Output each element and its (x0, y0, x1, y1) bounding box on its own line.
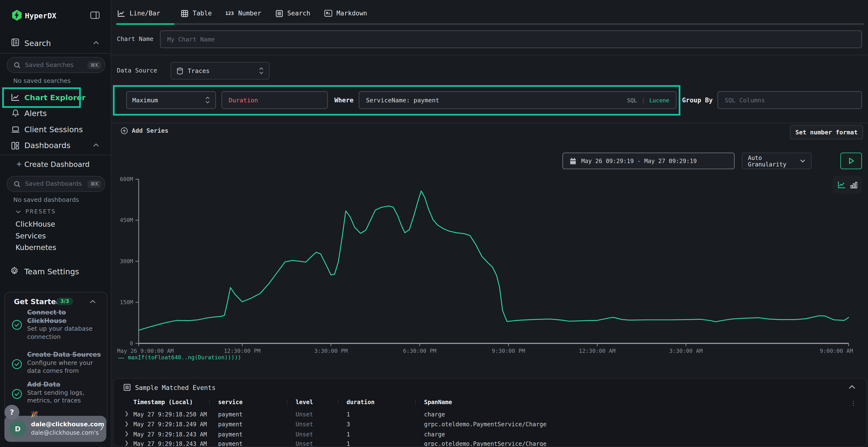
sidebar-item-chart-explorer[interactable]: Chart Explorer (24, 93, 85, 102)
column-resize-handle[interactable]: ⋮ (207, 399, 212, 405)
table-cell[interactable]: May 27 9:29:18.243 AM (133, 440, 207, 447)
column-resize-handle[interactable]: ⋮ (335, 399, 340, 405)
svg-text:3:30:00 AM: 3:30:00 AM (669, 348, 703, 354)
no-saved-dashboards-text: No saved dashboards (13, 196, 79, 204)
row-expand-chevron-icon[interactable]: ❯ (125, 431, 129, 437)
presets-section-label[interactable]: PRESETS (26, 209, 56, 215)
chart-legend[interactable]: — maxIf(toFloat640..ng(Duration))))) (118, 354, 241, 360)
svg-text:600M: 600M (120, 176, 133, 182)
row-expand-chevron-icon[interactable]: ❯ (125, 411, 129, 416)
row-expand-chevron-icon[interactable]: ❯ (125, 421, 129, 426)
get-started-item[interactable]: Create Data SourcesConfigure where your … (27, 351, 104, 375)
table-cell[interactable]: 1 (346, 440, 350, 447)
collapse-events-icon[interactable] (849, 385, 856, 389)
sidebar-item-client-sessions[interactable]: Client Sessions (24, 125, 83, 134)
tab-table[interactable]: Table (181, 9, 212, 17)
user-email: dale@clickhouse.com (31, 421, 104, 428)
chevron-up-icon[interactable] (90, 300, 96, 304)
help-button[interactable]: ? (4, 405, 19, 420)
tab-number[interactable]: 123 Number (225, 9, 261, 17)
table-cell[interactable]: payment (218, 431, 243, 438)
search-icon (14, 62, 21, 68)
table-cell[interactable]: charge (424, 411, 445, 418)
column-header[interactable]: service (218, 399, 243, 405)
chevron-right-icon (100, 424, 103, 431)
column-header[interactable]: duration (346, 399, 374, 405)
column-resize-handle[interactable]: ⋮ (284, 399, 289, 405)
table-cell[interactable]: payment (218, 421, 243, 427)
get-started-progress-badge: 3/3 (56, 298, 73, 305)
table-cell[interactable]: grpc.oteldemo.PaymentService/Charge (424, 440, 547, 447)
tab-search[interactable]: Search (276, 9, 310, 17)
plus-circle-icon (121, 127, 128, 134)
set-number-format-button[interactable]: Set number format (790, 125, 863, 139)
chevron-up-icon[interactable] (93, 143, 99, 147)
saved-searches-input[interactable]: Saved Searches ⌘K (7, 57, 105, 73)
tab-line-bar[interactable]: Line/Bar (117, 9, 160, 17)
chart-area[interactable]: 0150M300M450M600MMay 26 9:00:00 AM12:30:… (113, 175, 863, 357)
no-saved-searches-text: No saved searches (13, 77, 71, 84)
add-series-button[interactable]: Add Series (121, 127, 168, 134)
column-resize-handle[interactable]: ⋮ (413, 399, 418, 405)
column-header[interactable]: Timestamp (Local) (133, 399, 193, 405)
get-started-item-subtitle: Start sending logs, metrics, or traces (27, 389, 104, 405)
table-cell[interactable]: 1 (346, 411, 350, 418)
line-chart: 0150M300M450M600MMay 26 9:00:00 AM12:30:… (113, 175, 863, 357)
table-cell[interactable]: Unset (296, 431, 313, 438)
get-started-item[interactable]: Add DataStart sending logs, metrics, or … (27, 381, 104, 405)
chart-name-input[interactable]: My Chart Name (160, 30, 862, 48)
table-cell[interactable]: May 27 9:29:18.243 AM (133, 431, 207, 438)
where-value: ServiceName: payment (366, 97, 627, 104)
table-cell[interactable]: Unset (296, 421, 313, 427)
lucene-toggle[interactable]: Lucene (649, 97, 669, 103)
table-cell[interactable]: payment (218, 440, 243, 447)
table-menu-kebab-icon[interactable]: ⋮ (850, 400, 857, 407)
table-cell[interactable]: 3 (346, 421, 350, 427)
where-input[interactable]: ServiceName: payment SQL | Lucene (359, 91, 677, 109)
table-cell[interactable]: payment (218, 411, 243, 418)
svg-text:450M: 450M (120, 217, 133, 223)
saved-searches-placeholder: Saved Searches (25, 61, 88, 69)
table-cell[interactable]: 1 (346, 431, 350, 438)
create-dashboard-button[interactable]: Create Dashboard (24, 161, 90, 169)
saved-dashboards-input[interactable]: Saved Dashboards ⌘K (7, 176, 105, 192)
sql-toggle[interactable]: SQL (627, 97, 637, 103)
granularity-select[interactable]: Auto Granularity (742, 153, 812, 169)
svg-text:150M: 150M (120, 299, 133, 305)
get-started-item[interactable]: Connect to ClickHouseSet up your databas… (27, 309, 104, 341)
date-range-input[interactable]: May 26 09:29:19 - May 27 09:29:19 (562, 153, 735, 169)
line-chart-icon (11, 94, 20, 101)
table-cell[interactable]: grpc.oteldemo.PaymentService/Charge (424, 421, 547, 427)
legend-swatch: — (118, 355, 125, 360)
table-cell[interactable]: May 27 9:29:18.249 AM (133, 421, 207, 427)
table-cell[interactable]: Unset (296, 440, 313, 447)
table-cell[interactable]: Unset (296, 411, 313, 418)
sidebar-item-search[interactable]: Search (24, 39, 51, 48)
user-account-bar[interactable]: D dale@clickhouse.com dale@clickhouse.co… (4, 416, 106, 442)
column-header[interactable]: level (296, 399, 313, 405)
sidebar-item-alerts[interactable]: Alerts (24, 109, 47, 118)
sidebar-item-preset-kubernetes[interactable]: Kubernetes (16, 243, 56, 251)
table-icon (181, 10, 188, 17)
data-source-select[interactable]: Traces (170, 62, 270, 79)
sidebar-item-preset-clickhouse[interactable]: ClickHouse (16, 220, 55, 228)
table-cell[interactable]: charge (424, 431, 445, 438)
chevron-down-icon[interactable] (16, 210, 21, 213)
column-header[interactable]: SpanName (424, 399, 452, 405)
chevron-up-icon[interactable] (93, 41, 99, 45)
group-by-input[interactable]: SQL Columns (717, 91, 862, 109)
aggregation-select[interactable]: Maximum (126, 91, 216, 109)
sidebar-item-preset-services[interactable]: Services (16, 232, 46, 240)
row-expand-chevron-icon[interactable]: ❯ (125, 440, 129, 446)
run-query-button[interactable] (840, 153, 862, 169)
field-input[interactable]: Duration (221, 91, 328, 109)
sidebar-item-team-settings[interactable]: Team Settings (24, 267, 79, 276)
table-cell[interactable]: May 27 9:29:18.250 AM (133, 411, 207, 418)
check-circle-icon (11, 389, 22, 399)
svg-text:May 26 9:00:00 AM: May 26 9:00:00 AM (117, 348, 174, 354)
collapse-sidebar-icon[interactable] (90, 11, 100, 19)
get-started-item-subtitle: Configure where your data comes from (27, 359, 104, 375)
get-started-item-title: Connect to ClickHouse (27, 309, 104, 325)
sidebar-item-dashboards[interactable]: Dashboards (24, 141, 70, 150)
tab-markdown[interactable]: M↓ Markdown (324, 9, 367, 17)
